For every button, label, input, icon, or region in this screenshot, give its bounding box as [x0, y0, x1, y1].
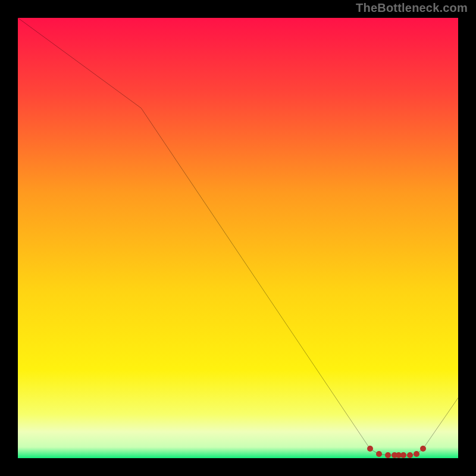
valley-marker [400, 452, 406, 458]
series-line [18, 18, 458, 458]
valley-marker [407, 452, 413, 458]
attribution-text: TheBottleneck.com [356, 1, 468, 15]
chart-card: TheBottleneck.com [0, 0, 476, 476]
valley-marker [385, 452, 391, 458]
plot-area [18, 18, 458, 458]
valley-marker [414, 451, 419, 457]
